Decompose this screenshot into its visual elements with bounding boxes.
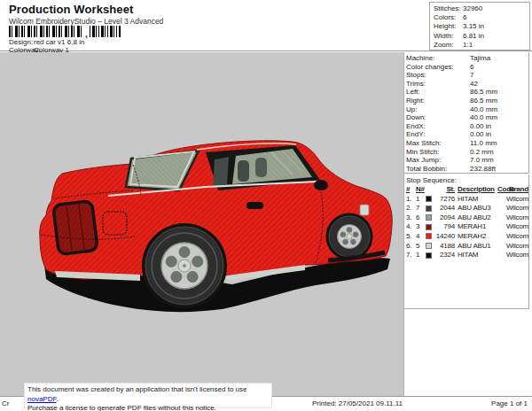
color-changes-value: 6: [470, 63, 473, 71]
stops-value: 7: [470, 71, 473, 79]
worksheet-header: Production Worksheet Wilcom EmbroiderySt…: [0, 0, 532, 51]
left-value: 86.5 mm: [470, 88, 497, 96]
machine-label: Machine:: [406, 54, 434, 62]
stop-sequence-header: # N# St. Description Code Brand: [404, 185, 528, 195]
total-bobbin-value: 232.88ft: [470, 165, 496, 173]
front-marker-light: [360, 205, 369, 215]
max-stitch-value: 11.0 mm: [470, 139, 497, 147]
summary-row-colors: Colors: 6: [430, 13, 529, 22]
barcode-bars-right: [90, 26, 121, 37]
novapdf-link[interactable]: novaPDF: [27, 395, 56, 403]
trims-value: 42: [470, 80, 478, 88]
table-row: 4.3794MERAH1Wilcom: [404, 222, 528, 232]
right-panel: Machine:Tajima Color changes:6 Stops:7 T…: [404, 52, 532, 396]
rear-wheel: [145, 227, 223, 305]
footer-left-partial: Cr: [2, 399, 9, 407]
stop-sequence-title: Stop Sequence:: [406, 176, 528, 185]
stitches-label: Stitches:: [434, 4, 461, 12]
min-stitch-label: Min Stitch:: [406, 148, 439, 156]
col-n: N#: [416, 185, 425, 193]
side-mirror: [314, 180, 328, 190]
barcode-separator: ,: [85, 32, 88, 37]
trims-label: Trims:: [406, 80, 426, 88]
col-description: Description: [458, 185, 498, 193]
seat-silhouette: [238, 160, 249, 182]
design-summary-box: Stitches: 32960 Colors: 6 Height: 3.15 i…: [429, 2, 530, 50]
summary-row-stitches: Stitches: 32960: [430, 4, 529, 13]
color-changes-label: Color changes:: [406, 63, 454, 71]
barcode-bars-left: [9, 26, 83, 37]
height-label: Height:: [434, 22, 456, 30]
car-artwork: [0, 52, 404, 396]
total-bobbin-label: Total Bobbin:: [406, 165, 447, 173]
table-row: 5.414240MERAH2Wilcom: [404, 232, 528, 242]
col-st: St.: [431, 185, 455, 193]
printed-timestamp: Printed: 27/05/2021 09.11.11: [312, 399, 403, 407]
stop-sequence-box: Stop Sequence: # N# St. Description Code…: [404, 174, 529, 309]
notice-line1-pre: This document was created by an applicat…: [27, 385, 246, 393]
height-value: 3.15 in: [463, 22, 484, 30]
endy-label: EndY:: [406, 130, 425, 138]
zoom-value: 1:1: [463, 41, 473, 49]
summary-row-width: Width: 6.81 in: [430, 32, 529, 41]
down-value: 40.0 mm: [470, 113, 497, 121]
machine-value: Tajima: [470, 54, 490, 62]
novapdf-notice: This document was created by an applicat…: [24, 383, 272, 408]
table-row: 7.12324HITAMWilcom: [404, 251, 528, 260]
table-row: 3.62094ABU ABU2Wilcom: [404, 213, 528, 223]
taillight: [53, 201, 98, 255]
max-jump-label: Max Jump:: [406, 156, 441, 164]
stitches-value: 32960: [463, 4, 482, 12]
right-value: 86.5 mm: [470, 97, 497, 105]
width-label: Width:: [434, 32, 454, 40]
col-num: #: [406, 185, 414, 193]
width-value: 6.81 in: [463, 32, 484, 40]
down-label: Down:: [406, 113, 426, 121]
table-row: 6.54188ABU ABU1Wilcom: [404, 242, 528, 252]
machine-info-box: Machine:Tajima Color changes:6 Stops:7 T…: [404, 52, 529, 174]
table-row: 1.17276HITAMWilcom: [404, 195, 528, 205]
table-row: 2.72044ABU ABU3Wilcom: [404, 204, 528, 213]
design-barcode-icon: ,: [9, 26, 121, 37]
production-worksheet-page: Production Worksheet Wilcom EmbroiderySt…: [0, 0, 532, 411]
up-label: Up:: [406, 105, 417, 113]
app-name-subtitle: Wilcom EmbroideryStudio – Level 3 Advanc…: [9, 17, 163, 26]
notice-line1-post: .: [56, 395, 58, 403]
right-label: Right:: [406, 97, 425, 105]
front-wheel: [329, 216, 370, 257]
summary-row-height: Height: 3.15 in: [430, 22, 529, 31]
colors-value: 6: [463, 13, 466, 21]
notice-line2: Purchase a license to generate PDF files…: [27, 404, 216, 411]
colors-label: Colors:: [434, 13, 456, 21]
up-value: 40.0 mm: [470, 105, 497, 113]
door-handle: [246, 202, 263, 209]
page-title: Production Worksheet: [9, 3, 133, 16]
page-number: Page 1 of 1: [491, 399, 528, 407]
col-brand: Brand: [505, 185, 528, 193]
min-stitch-value: 0.2 mm: [470, 148, 494, 156]
summary-row-zoom: Zoom: 1:1: [430, 41, 529, 50]
left-label: Left:: [406, 88, 420, 96]
design-canvas: [0, 52, 404, 396]
stops-label: Stops:: [406, 71, 426, 79]
zoom-label: Zoom:: [434, 41, 454, 49]
seat-silhouette: [255, 158, 267, 177]
endx-label: EndX:: [406, 122, 426, 130]
endy-value: 0.00 in: [470, 130, 491, 138]
endx-value: 0.00 in: [470, 122, 491, 130]
max-stitch-label: Max Stitch:: [406, 139, 442, 147]
max-jump-value: 7.0 mm: [470, 156, 494, 164]
